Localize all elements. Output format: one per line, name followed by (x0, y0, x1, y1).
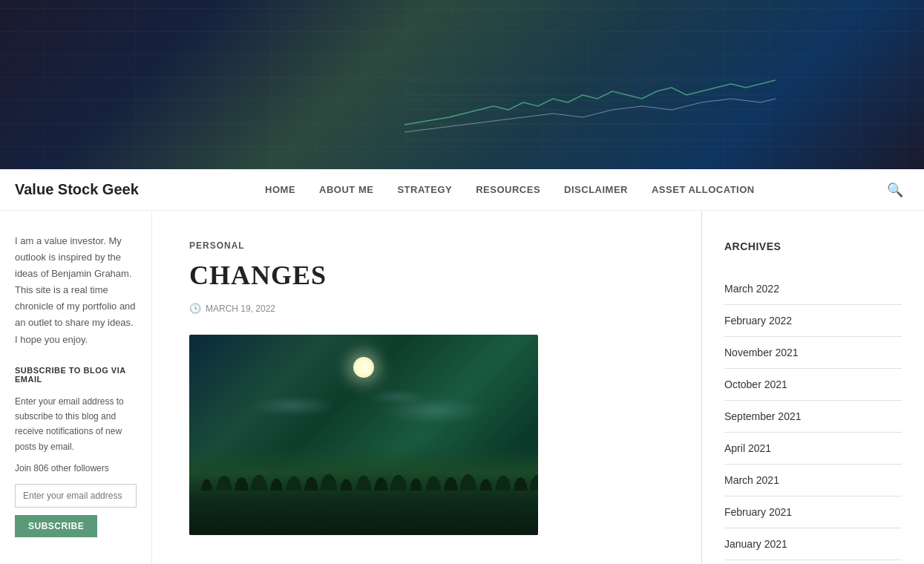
nav-strategy[interactable]: STRATEGY (385, 184, 464, 195)
subscribe-description: Enter your email address to sub­scribe t… (15, 394, 137, 455)
list-item: April 2021 (724, 433, 902, 465)
list-item: March 2022 (724, 273, 902, 305)
nav-asset-allocation[interactable]: ASSET ALLOCATION (640, 184, 767, 195)
archive-list: March 2022 February 2022 November 2021 O… (724, 273, 902, 564)
nav-links: HOME ABOUT ME STRATEGY RESOURCES DISCLAI… (253, 184, 767, 195)
clouds (189, 379, 538, 424)
archive-link-nov-2021[interactable]: November 2021 (724, 347, 799, 358)
left-sidebar: I am a value investor. My outlook is ins… (0, 211, 152, 564)
subscribe-button[interactable]: SUBSCRIBE (15, 515, 97, 537)
archive-link-oct-2021[interactable]: October 2021 (724, 378, 787, 390)
archive-link-sep-2021[interactable]: September 2021 (724, 410, 802, 422)
list-item: March 2021 (724, 465, 902, 496)
list-item: November 2020 (724, 560, 902, 564)
archives-heading: ARCHIVES (724, 240, 902, 261)
hero-banner (0, 0, 924, 169)
list-item: February 2022 (724, 305, 902, 337)
archive-link-mar-2021[interactable]: March 2021 (724, 474, 779, 486)
list-item: October 2021 (724, 369, 902, 401)
list-item: January 2021 (724, 528, 902, 560)
nav-disclaimer[interactable]: DISCLAIMER (552, 184, 640, 195)
post-title: CHANGES (189, 260, 664, 291)
post-meta: 🕓 MARCH 19, 2022 (189, 303, 664, 314)
list-item: September 2021 (724, 401, 902, 433)
main-content: PERSONAL CHANGES 🕓 MARCH 19, 2022 (152, 211, 701, 564)
right-sidebar: ARCHIVES March 2022 February 2022 Novemb… (701, 211, 924, 564)
subscribe-heading: SUBSCRIBE TO BLOG VIA EMAIL (15, 366, 137, 384)
list-item: November 2021 (724, 337, 902, 369)
moon (353, 357, 374, 378)
clock-icon: 🕓 (189, 303, 201, 314)
site-title[interactable]: Value Stock Geek (15, 181, 139, 198)
archive-link-feb-2022[interactable]: February 2022 (724, 315, 792, 327)
post-category: PERSONAL (189, 240, 664, 251)
archive-link-apr-2021[interactable]: April 2021 (724, 442, 771, 454)
hero-chart (404, 65, 776, 154)
archive-link-march-2022[interactable]: March 2022 (724, 283, 779, 295)
post-image (189, 335, 538, 535)
page-layout: I am a value investor. My outlook is ins… (0, 211, 924, 564)
sidebar-bio: I am a value investor. My outlook is ins… (15, 233, 137, 348)
nav-resources[interactable]: RESOURCES (464, 184, 552, 195)
followers-count: Join 806 other followers (15, 463, 137, 473)
main-nav: Value Stock Geek HOME ABOUT ME STRATEGY … (0, 169, 924, 211)
nav-home[interactable]: HOME (253, 184, 307, 195)
treeline (189, 446, 538, 491)
archive-link-feb-2021[interactable]: February 2021 (724, 506, 792, 518)
archive-link-jan-2021[interactable]: January 2021 (724, 538, 787, 550)
post-date: MARCH 19, 2022 (206, 304, 275, 314)
list-item: February 2021 (724, 496, 902, 528)
search-icon[interactable]: 🔍 (881, 182, 909, 198)
email-input[interactable] (15, 484, 137, 508)
nav-about[interactable]: ABOUT ME (307, 184, 385, 195)
